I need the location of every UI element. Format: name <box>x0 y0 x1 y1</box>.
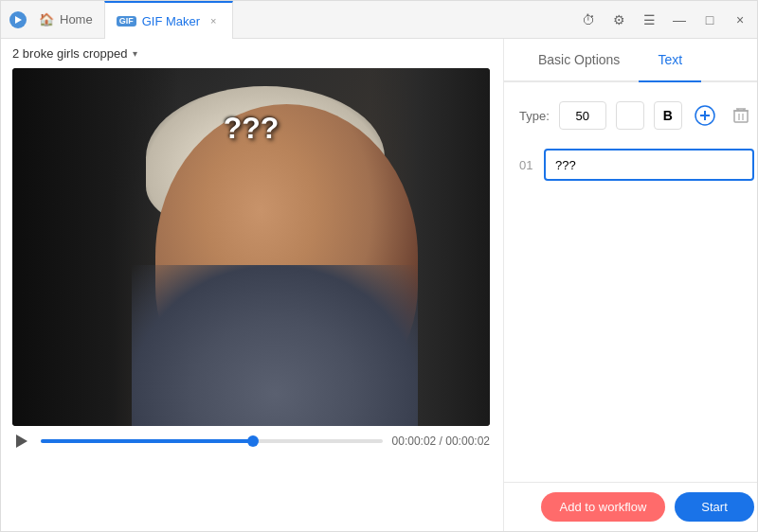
time-display: 00:00:02 / 00:00:02 <box>392 434 490 448</box>
progress-thumb <box>247 435 259 447</box>
tab-text[interactable]: Text <box>639 39 701 80</box>
panel-content: Type: B <box>504 82 757 482</box>
video-preview: ??? <box>12 68 490 426</box>
add-to-workflow-button[interactable]: Add to workflow <box>541 492 666 522</box>
text-tab-label: Text <box>658 52 682 67</box>
video-controls: 00:00:02 / 00:00:02 <box>12 432 490 451</box>
menu-icon[interactable]: ☰ <box>640 10 659 29</box>
font-size-input[interactable] <box>559 101 606 130</box>
home-icon: 🏠 <box>39 12 54 27</box>
progress-fill <box>41 439 253 443</box>
text-content-input[interactable] <box>544 149 754 181</box>
right-panel: Basic Options Text Type: B <box>503 39 757 531</box>
minimize-button[interactable]: — <box>670 10 689 29</box>
type-row: Type: B <box>519 101 754 130</box>
tab-basic-options[interactable]: Basic Options <box>519 39 639 80</box>
left-panel: 2 broke girls cropped ▾ ??? <box>1 39 503 531</box>
tab-close-button[interactable]: × <box>206 13 221 28</box>
video-frame: ??? <box>12 68 490 426</box>
settings-icon[interactable]: ⚙ <box>609 10 628 29</box>
tab-home[interactable]: 🏠 Home <box>27 1 104 39</box>
text-input-row: 01 <box>519 149 754 181</box>
color-picker[interactable] <box>616 101 644 130</box>
gif-icon: GIF <box>117 16 136 27</box>
video-clothing <box>132 265 418 426</box>
app-logo <box>9 10 27 29</box>
bottom-bar: Add to workflow Start <box>504 482 757 531</box>
titlebar: 🏠 Home GIF GIF Maker × ⏱ ⚙ ☰ — □ × <box>1 1 757 39</box>
basic-options-label: Basic Options <box>538 52 620 67</box>
timer-icon[interactable]: ⏱ <box>579 10 598 29</box>
dropdown-arrow-icon: ▾ <box>133 48 137 59</box>
home-tab-label: Home <box>60 12 93 27</box>
text-row-number: 01 <box>519 158 534 172</box>
type-label: Type: <box>519 109 550 123</box>
progress-bar[interactable] <box>41 439 383 443</box>
delete-text-button[interactable] <box>728 102 754 129</box>
maximize-button[interactable]: □ <box>700 10 719 29</box>
play-icon <box>16 434 27 448</box>
bold-button[interactable]: B <box>654 101 682 130</box>
add-text-button[interactable] <box>692 102 718 129</box>
close-button[interactable]: × <box>731 10 749 29</box>
file-name-label: 2 broke girls cropped <box>12 46 127 61</box>
window-controls: ⏱ ⚙ ☰ — □ × <box>579 10 749 29</box>
main-content: 2 broke girls cropped ▾ ??? <box>1 39 757 531</box>
panel-tabs: Basic Options Text <box>504 39 757 82</box>
start-button[interactable]: Start <box>675 492 753 522</box>
tab-gif-maker[interactable]: GIF GIF Maker × <box>104 1 233 39</box>
file-selector[interactable]: 2 broke girls cropped ▾ <box>12 46 492 61</box>
gif-tab-label: GIF Maker <box>142 14 200 28</box>
play-button[interactable] <box>12 432 31 451</box>
video-text-overlay: ??? <box>224 111 280 146</box>
svg-rect-4 <box>734 111 748 122</box>
